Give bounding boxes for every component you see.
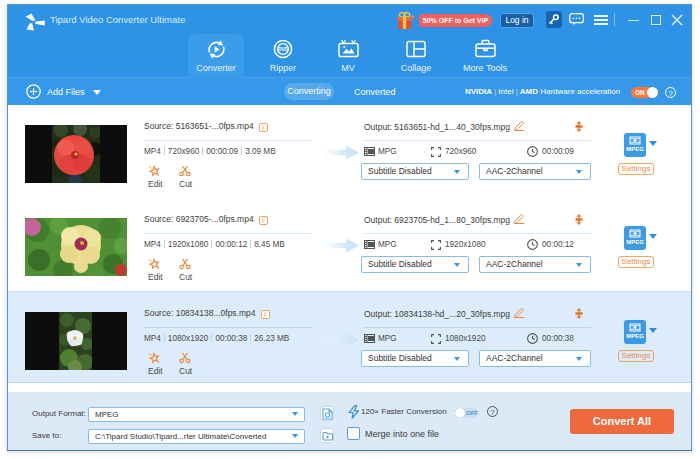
svg-text:DVD: DVD	[278, 47, 288, 52]
